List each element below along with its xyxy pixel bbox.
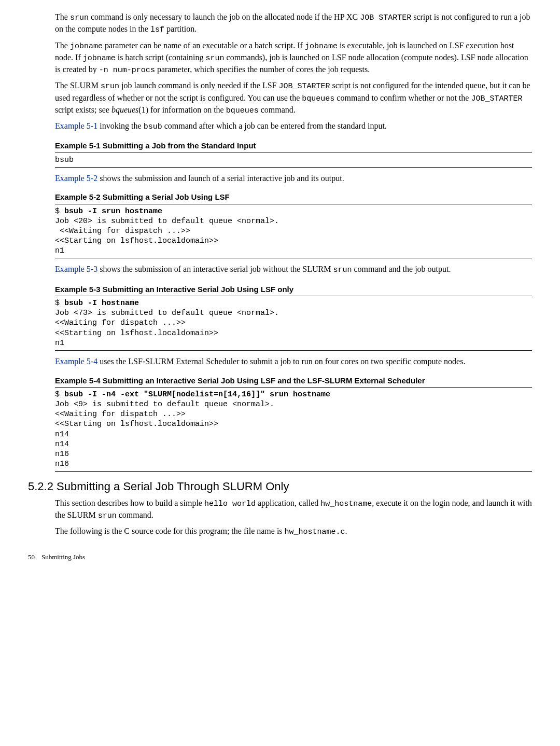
code-text: srun	[101, 82, 119, 91]
text: shows the submission of an interactive s…	[97, 265, 333, 273]
paragraph-5: Example 5-2 shows the submission and lau…	[55, 173, 532, 184]
paragraph-3: The SLURM srun job launch command is onl…	[55, 80, 532, 116]
text: partition.	[164, 24, 197, 33]
divider	[55, 471, 532, 472]
section-paragraph-2: The following is the C source code for t…	[55, 526, 532, 537]
example-5-1-code: bsub	[55, 155, 532, 165]
footer-label: Submitting Jobs	[41, 553, 85, 561]
example-5-4-code: $ bsub -I -n4 -ext "SLURM[nodelist=n[14,…	[55, 390, 532, 469]
divider	[55, 204, 532, 204]
example-5-2-code: $ bsub -I srun hostname Job <20> is subm…	[55, 206, 532, 256]
section-paragraph-1: This section describes how to build a si…	[55, 498, 532, 522]
example-5-4-title: Example 5-4 Submitting an Interactive Se…	[55, 376, 532, 386]
code-text: bqueues	[302, 94, 334, 103]
example-5-3-code: $ bsub -I hostname Job <73> is submitted…	[55, 298, 532, 348]
text: .	[345, 527, 347, 535]
example-5-3-title: Example 5-3 Submitting an Interactive Se…	[55, 284, 532, 295]
code-text: srun	[333, 266, 352, 274]
example-link[interactable]: Example 5-3	[55, 265, 97, 273]
page-number: 50	[28, 553, 35, 561]
divider	[55, 167, 532, 168]
text: job launch command is only needed if the…	[119, 81, 279, 90]
text: parameter can be name of an executable o…	[103, 41, 305, 50]
text: command to confirm whether or not the	[334, 93, 471, 102]
text: parameter, which specifies the number of…	[155, 65, 370, 74]
text: The SLURM	[55, 81, 101, 90]
code-text: srun	[70, 13, 89, 22]
text: is batch script (containing	[116, 53, 206, 62]
paragraph-7: Example 5-4 uses the LSF-SLURM External …	[55, 356, 532, 367]
command-text: bsub -I srun hostname	[64, 207, 162, 216]
text: The	[55, 41, 70, 50]
code-text: jobname	[305, 42, 338, 51]
text: uses the LSF-SLURM External Scheduler to…	[97, 357, 465, 366]
paragraph-2: The jobname parameter can be name of an …	[55, 40, 532, 76]
text: command.	[117, 510, 153, 519]
code-text: -n num-procs	[99, 66, 155, 75]
paragraph-4: Example 5-1 invoking the bsub command af…	[55, 120, 532, 132]
code-text: hw_hostname	[320, 500, 372, 508]
code-text: srun	[98, 512, 117, 520]
code-text: hello world	[204, 500, 256, 508]
text: This section describes how to build a si…	[55, 499, 204, 507]
divider	[55, 258, 532, 258]
example-5-1-title: Example 5-1 Submitting a Job from the St…	[55, 141, 532, 151]
paragraph-1: The srun command is only necessary to la…	[55, 11, 532, 36]
command-text: bsub -I -n4 -ext "SLURM[nodelist=n[14,16…	[64, 390, 330, 399]
code-text: lsf	[150, 25, 164, 34]
page-footer: 50 Submitting Jobs	[28, 552, 532, 562]
divider	[55, 350, 532, 351]
code-text: hw_hostname.c	[285, 528, 345, 536]
text: invoking the	[97, 121, 143, 130]
text: command is only necessary to launch the …	[89, 12, 360, 21]
output-text: Job <9> is submitted to default queue <n…	[55, 400, 274, 468]
text: command and the job output.	[352, 265, 451, 273]
divider	[55, 296, 532, 296]
italic-text: bqueues	[111, 105, 138, 114]
text: script exists; see	[55, 105, 111, 114]
text: The	[55, 12, 70, 21]
command-text: bsub -I hostname	[64, 299, 139, 308]
code-text: bsub	[144, 122, 162, 131]
paragraph-6: Example 5-3 shows the submission of an i…	[55, 264, 532, 275]
code-text: jobname	[70, 42, 103, 51]
code-text: srun	[206, 54, 225, 63]
example-link[interactable]: Example 5-4	[55, 357, 97, 366]
example-link[interactable]: Example 5-1	[55, 121, 97, 130]
example-link[interactable]: Example 5-2	[55, 174, 97, 183]
code-text: jobname	[83, 54, 116, 63]
text: The following is the C source code for t…	[55, 527, 285, 535]
text: shows the submission and launch of a ser…	[97, 174, 344, 183]
text: command after which a job can be entered…	[162, 121, 387, 130]
section-heading: 5.2.2 Submitting a Serial Job Through SL…	[28, 479, 532, 494]
divider	[55, 153, 532, 153]
code-text: JOB_STARTER	[279, 82, 330, 91]
divider	[55, 387, 532, 388]
code-text: JOB_STARTER	[471, 94, 522, 103]
example-5-2-title: Example 5-2 Submitting a Serial Job Usin…	[55, 192, 532, 202]
text: application, called	[256, 499, 320, 507]
code-text: bqueues	[226, 106, 259, 115]
code-text: JOB STARTER	[360, 13, 411, 22]
text: command.	[259, 105, 296, 114]
output-text: Job <20> is submitted to default queue <…	[55, 217, 279, 256]
output-text: Job <73> is submitted to default queue <…	[55, 309, 279, 348]
text: (1) for information on the	[138, 105, 226, 114]
